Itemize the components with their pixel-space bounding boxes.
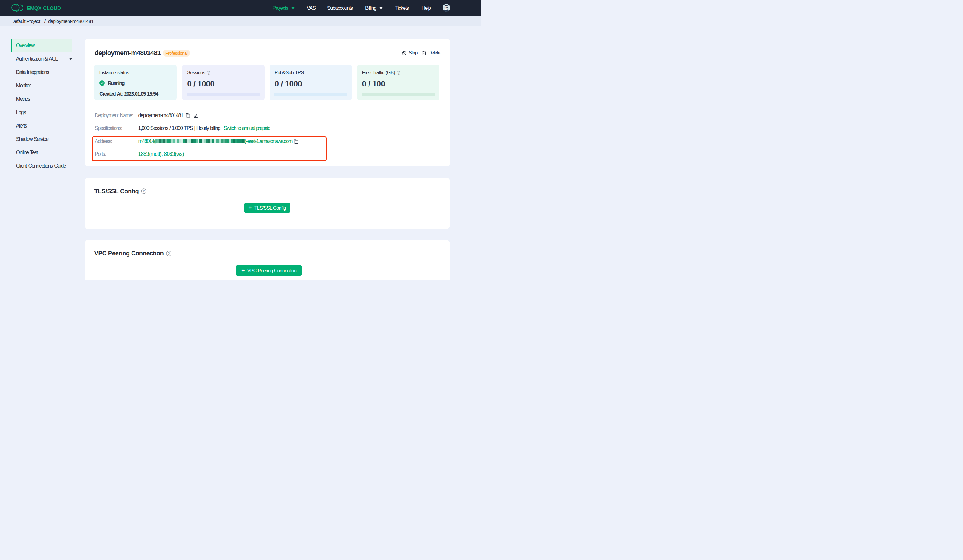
svg-text:?: ? bbox=[398, 71, 400, 74]
svg-text:?: ? bbox=[143, 189, 145, 193]
svg-text:?: ? bbox=[208, 71, 209, 74]
svg-text:?: ? bbox=[168, 252, 170, 255]
